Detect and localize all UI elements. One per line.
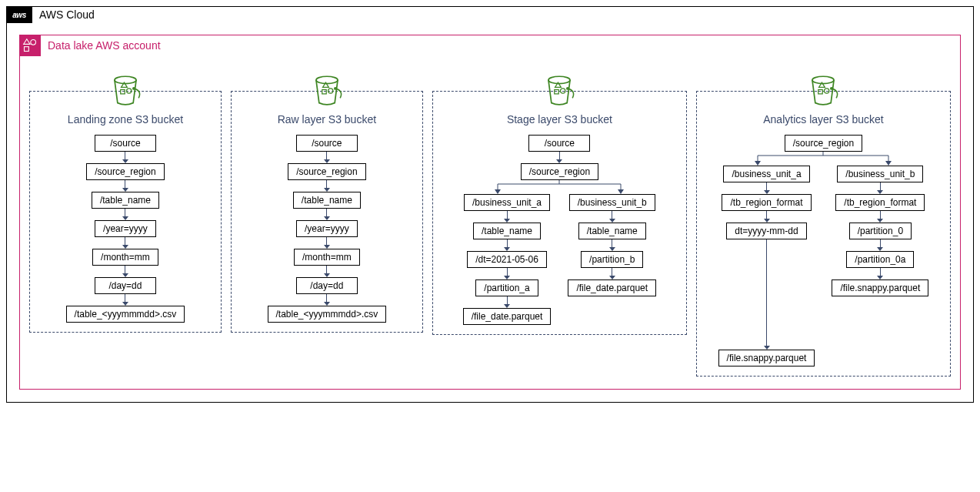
svg-point-20: [812, 76, 834, 83]
svg-rect-10: [322, 89, 326, 93]
arrow-down-icon: [324, 237, 330, 249]
s3-bucket-icon: [106, 72, 145, 110]
arrow-down-icon: [609, 239, 615, 251]
arrow-down-icon: [504, 239, 510, 251]
aws-cloud-container: aws AWS Cloud Data lake AWS account: [6, 6, 974, 403]
svg-point-12: [334, 87, 337, 90]
arrow-down-icon: [324, 152, 330, 163]
aws-cloud-label: AWS Cloud: [39, 8, 95, 21]
s3-bucket-icon: [804, 72, 842, 110]
path-box: /partition_0: [849, 223, 912, 239]
s3-bucket-icon: [308, 72, 346, 110]
bucket-title: Raw layer S3 bucket: [278, 113, 376, 126]
bucket-title: Analytics layer S3 bucket: [763, 113, 883, 126]
arrow-down-icon: [324, 180, 330, 192]
sub-col-left: /business_unit_a /tb_region_format dt=yy…: [718, 166, 815, 366]
path-box: /table_<yyymmmdd>.csv: [268, 306, 387, 323]
arrow-down-icon: [764, 239, 770, 350]
sub-col-right: /business_unit_b /tb_region_format /part…: [832, 166, 928, 366]
arrow-down-icon: [122, 237, 128, 249]
arrow-down-icon: [764, 182, 770, 194]
path-box: /file.snappy.parquet: [718, 350, 815, 366]
sub-col-left: /business_unit_a /table_name /dt=2021-05…: [463, 194, 552, 325]
svg-point-13: [548, 76, 570, 83]
arrow-down-icon: [122, 180, 128, 192]
path-box: /month=mm: [92, 249, 158, 266]
path-box: /partition_b: [581, 251, 643, 268]
path-box: /table_name: [293, 192, 361, 209]
account-container: Data lake AWS account Landing zone S3 bu: [19, 35, 961, 390]
arrow-down-icon: [122, 294, 128, 306]
split-row: /business_unit_a /table_name /dt=2021-05…: [439, 194, 680, 325]
bucket-raw: Raw layer S3 bucket /source /source_regi…: [231, 91, 423, 333]
path-box: /source: [95, 135, 156, 152]
path-box: /business_unit_b: [569, 194, 655, 211]
svg-point-17: [566, 87, 569, 90]
svg-point-11: [328, 89, 332, 93]
path-box: /source: [528, 135, 590, 152]
path-box: /tb_region_format: [722, 194, 811, 211]
path-box: /source_region: [86, 163, 164, 180]
path-box: /partition_0a: [846, 251, 914, 268]
arrow-down-icon: [122, 266, 128, 277]
arrow-down-icon: [324, 294, 330, 306]
path-box: /source: [296, 135, 358, 152]
account-badge-icon: [19, 35, 41, 56]
split-connector-icon: [723, 152, 923, 166]
arrow-down-icon: [122, 152, 128, 163]
arrow-down-icon: [877, 268, 883, 279]
path-box: /file.snappy.parquet: [832, 279, 928, 296]
flow-col: /source /source_region /business_unit_a: [439, 135, 680, 325]
bucket-title: Landing zone S3 bucket: [68, 113, 183, 126]
path-box: /source_region: [521, 163, 598, 180]
sub-col-right: /business_unit_b /table_name /partition_…: [568, 194, 656, 325]
bucket-landing: Landing zone S3 bucket /source /source_r…: [29, 91, 222, 333]
path-box: /table_<yyymmmdd>.csv: [66, 306, 185, 323]
path-box: dt=yyyy-mm-dd: [726, 223, 806, 239]
aws-logo-icon: aws: [6, 6, 32, 23]
path-box: /file_date.parquet: [463, 308, 552, 325]
s3-bucket-icon: [540, 72, 578, 110]
split-row: /business_unit_a /tb_region_format dt=yy…: [703, 166, 944, 366]
arrow-down-icon: [504, 211, 510, 223]
path-box: /source_region: [785, 135, 862, 152]
svg-point-8: [316, 76, 338, 83]
arrow-down-icon: [877, 211, 883, 223]
shapes-icon: [22, 38, 38, 53]
path-box: /business_unit_b: [837, 166, 923, 182]
split-connector-icon: [467, 180, 652, 194]
path-box: /year=yyyy: [296, 220, 358, 237]
svg-point-1: [31, 40, 36, 45]
account-label: Data lake AWS account: [48, 39, 161, 52]
arrow-down-icon: [877, 239, 883, 251]
svg-rect-15: [555, 89, 558, 93]
buckets-row: Landing zone S3 bucket /source /source_r…: [29, 69, 951, 377]
bucket-title: Stage layer S3 bucket: [507, 113, 612, 126]
path-box: /file_date.parquet: [568, 279, 656, 296]
path-box: /tb_region_format: [835, 194, 925, 211]
svg-point-3: [115, 76, 136, 83]
bucket-analytics: Analytics layer S3 bucket /source_region…: [696, 91, 951, 377]
arrow-down-icon: [609, 268, 615, 279]
path-box: /business_unit_a: [723, 166, 809, 182]
arrow-down-icon: [764, 211, 770, 223]
path-box: /year=yyyy: [95, 220, 156, 237]
svg-point-6: [127, 89, 132, 93]
path-box: /day=dd: [95, 277, 156, 294]
svg-point-24: [830, 87, 833, 90]
path-box: /day=dd: [296, 277, 358, 294]
svg-rect-5: [121, 89, 125, 93]
flow-col: /source /source_region /table_name /year…: [238, 135, 416, 323]
svg-rect-22: [818, 89, 822, 93]
bucket-stage: Stage layer S3 bucket /source /source_re…: [432, 91, 687, 335]
path-box: /table_name: [578, 223, 646, 239]
path-box: /dt=2021-05-06: [467, 251, 547, 268]
path-box: /business_unit_a: [464, 194, 550, 211]
flow-col: /source /source_region /table_name /year…: [36, 135, 215, 323]
path-box: /month=mm: [294, 249, 360, 266]
svg-marker-0: [24, 39, 30, 45]
arrow-down-icon: [504, 268, 510, 279]
svg-point-16: [561, 89, 565, 93]
path-box: /table_name: [92, 192, 159, 209]
arrow-down-icon: [324, 209, 330, 220]
